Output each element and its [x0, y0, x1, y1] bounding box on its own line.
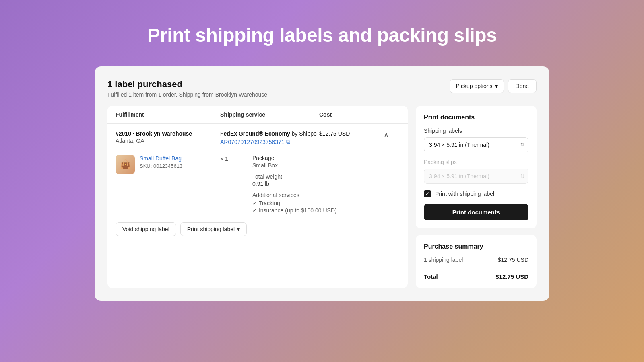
action-buttons: Void shipping label Print shipping label…	[116, 222, 400, 236]
done-button[interactable]: Done	[508, 79, 537, 93]
card-header: 1 label purchased Fulfilled 1 item from …	[107, 79, 537, 98]
shipping-labels-label: Shipping labels	[424, 128, 528, 134]
service-tracking: ✓ Tracking	[252, 200, 400, 206]
collapse-cell: ∧	[384, 130, 400, 139]
packing-slips-label: Packing slips	[424, 159, 528, 165]
item-text: Small Duffel Bag SKU: 0012345613	[140, 155, 182, 169]
card-header-left: 1 label purchased Fulfilled 1 item from …	[107, 79, 267, 98]
col-fulfillment: Fulfillment	[116, 111, 220, 118]
purchase-summary-card: Purchase summary 1 shipping label $12.75…	[416, 235, 537, 288]
package-value: Small Box	[252, 162, 400, 169]
item-row: 👜 Small Duffel Bag SKU: 0012345613 × 1 P…	[116, 152, 400, 214]
total-value: $12.75 USD	[495, 273, 528, 280]
additional-services-label: Additional services	[252, 192, 400, 198]
table-row: #2010 · Brooklyn Warehouse Atlanta, GA F…	[107, 124, 408, 243]
purchase-summary-title: Purchase summary	[424, 243, 528, 250]
item-qty-package: × 1 Package Small Box Total weight 0.91 …	[220, 155, 400, 214]
content-area: Fulfillment Shipping service Cost #2010 …	[107, 106, 537, 288]
table-header: Fulfillment Shipping service Cost	[107, 106, 408, 124]
fulfillment-details: #2010 · Brooklyn Warehouse Atlanta, GA	[116, 130, 220, 144]
print-with-label-checkbox[interactable]: ✓	[424, 190, 431, 197]
card-title: 1 label purchased	[107, 79, 267, 90]
tracking-number: AR070791270923756371	[220, 139, 285, 145]
col-actions	[384, 111, 400, 118]
print-shipping-label-button[interactable]: Print shipping label ▾	[180, 222, 247, 236]
shipping-labels-select-wrapper: 3.94 × 5.91 in (Thermal) ⇅	[424, 137, 528, 152]
checkbox-label: Print with shipping label	[435, 191, 494, 197]
shipping-service-name: FedEx Ground® Economy by Shippo	[220, 130, 319, 137]
checkbox-row: ✓ Print with shipping label	[424, 190, 528, 197]
item-quantity: × 1	[220, 155, 252, 214]
tracking-link[interactable]: AR070791270923756371 ⧉	[220, 138, 319, 145]
chevron-down-icon-print: ▾	[237, 226, 240, 232]
col-cost: Cost	[319, 111, 384, 118]
weight-value: 0.91 lb	[252, 181, 400, 187]
shipping-service-info: FedEx Ground® Economy by Shippo AR070791…	[220, 130, 319, 145]
main-card: 1 label purchased Fulfilled 1 item from …	[95, 66, 549, 301]
service-insurance: ✓ Insurance (up to $100.00 USD)	[252, 207, 400, 214]
weight-label: Total weight	[252, 173, 400, 180]
void-label-button[interactable]: Void shipping label	[116, 222, 176, 236]
summary-row-shipping: 1 shipping label $12.75 USD	[424, 257, 528, 263]
item-info: 👜 Small Duffel Bag SKU: 0012345613	[116, 155, 220, 214]
fulfillment-info: #2010 · Brooklyn Warehouse Atlanta, GA F…	[116, 130, 400, 145]
service-name-bold: FedEx Ground® Economy	[220, 130, 290, 137]
card-header-right: Pickup options ▾ Done	[450, 79, 537, 93]
item-sku: SKU: 0012345613	[140, 163, 182, 169]
package-details: Package Small Box Total weight 0.91 lb A…	[252, 155, 400, 214]
page-hero-title: Print shipping labels and packing slips	[147, 0, 497, 66]
fulfillment-location: Atlanta, GA	[116, 138, 220, 144]
check-icon: ✓	[425, 191, 429, 197]
fulfillment-table: Fulfillment Shipping service Cost #2010 …	[107, 106, 408, 288]
pickup-options-button[interactable]: Pickup options ▾	[450, 79, 504, 93]
print-docs-title: Print documents	[424, 114, 528, 121]
item-name-link[interactable]: Small Duffel Bag	[140, 155, 182, 162]
cost-cell: $12.75 USD	[319, 130, 384, 137]
print-label-text: Print shipping label	[187, 226, 235, 232]
total-row: Total $12.75 USD	[424, 273, 528, 280]
shipping-labels-select[interactable]: 3.94 × 5.91 in (Thermal)	[424, 137, 528, 152]
summary-shipping-value: $12.75 USD	[498, 257, 528, 263]
chevron-down-icon: ▾	[495, 83, 498, 89]
print-docs-card: Print documents Shipping labels 3.94 × 5…	[416, 106, 537, 228]
packing-slips-select-wrapper: 3.94 × 5.91 in (Thermal) ⇅	[424, 169, 528, 184]
card-subtitle: Fulfilled 1 item from 1 order, Shipping …	[107, 91, 267, 98]
summary-divider	[424, 268, 528, 268]
collapse-button[interactable]: ∧	[384, 130, 389, 139]
package-label: Package	[252, 155, 400, 161]
right-panel: Print documents Shipping labels 3.94 × 5…	[416, 106, 537, 288]
item-thumbnail: 👜	[116, 155, 135, 174]
total-label: Total	[424, 273, 438, 280]
pickup-options-label: Pickup options	[456, 83, 492, 89]
service-by-text: by Shippo	[292, 130, 317, 137]
fulfillment-id: #2010 · Brooklyn Warehouse	[116, 130, 220, 137]
packing-slips-select[interactable]: 3.94 × 5.91 in (Thermal)	[424, 169, 528, 184]
copy-icon[interactable]: ⧉	[286, 138, 290, 145]
summary-shipping-label: 1 shipping label	[424, 257, 463, 263]
col-shipping-service: Shipping service	[220, 111, 319, 118]
print-documents-button[interactable]: Print documents	[424, 204, 528, 220]
